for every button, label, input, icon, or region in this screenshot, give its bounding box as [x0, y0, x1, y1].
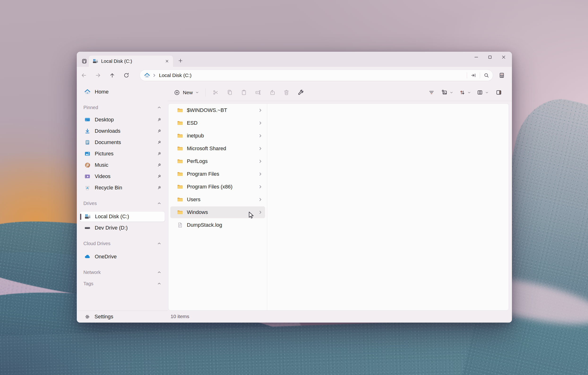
next-column-pane[interactable] [267, 104, 509, 310]
pin-icon[interactable] [157, 140, 162, 145]
pin-icon[interactable] [157, 185, 162, 190]
desktop-icon [84, 117, 91, 123]
titlebar[interactable]: Local Disk (C:) [77, 52, 512, 67]
plus-icon [179, 59, 182, 62]
window-body: Home Pinned Desktop Downloads Documents [77, 84, 512, 323]
sidebar-section-drives[interactable]: Drives [80, 199, 165, 208]
sidebar-item-label: Downloads [95, 128, 157, 134]
expand-chevron-icon[interactable] [258, 184, 263, 189]
section-label: Network [84, 270, 157, 275]
copy-button[interactable] [224, 87, 235, 98]
new-tab-button[interactable] [176, 56, 185, 65]
view-mode-icon [441, 89, 448, 96]
pin-icon[interactable] [157, 129, 162, 134]
file-operations-button[interactable] [496, 70, 507, 81]
close-button[interactable] [497, 52, 511, 62]
sidebar-item-desktop[interactable]: Desktop [80, 115, 165, 125]
breadcrumb-chevron-icon [152, 73, 157, 78]
cut-button[interactable] [210, 87, 221, 98]
sidebar-item-documents[interactable]: Documents [80, 137, 165, 148]
tab-close-button[interactable] [163, 58, 171, 65]
new-button[interactable]: New [171, 87, 202, 98]
pin-icon[interactable] [157, 151, 162, 156]
collapse-chevron-icon[interactable] [157, 270, 162, 275]
sidebar-section-network[interactable]: Network [80, 268, 165, 277]
file-icon [177, 222, 183, 228]
file-browser-card: $WINDOWS.~BT ESD inetpub [168, 104, 509, 311]
sidebar-item-label: Desktop [95, 117, 157, 123]
file-row-users[interactable]: Users [170, 194, 265, 206]
file-name: $WINDOWS.~BT [187, 107, 258, 113]
folder-icon [177, 184, 183, 190]
sidebar-item-music[interactable]: Music [80, 160, 165, 170]
expand-chevron-icon[interactable] [258, 210, 263, 215]
sidebar-item-videos[interactable]: Videos [80, 171, 165, 182]
maximize-icon [489, 56, 491, 58]
properties-button[interactable] [295, 87, 306, 98]
file-name: ESD [187, 120, 258, 126]
file-row-program-files-x86[interactable]: Program Files (x86) [170, 181, 265, 193]
collapse-chevron-icon[interactable] [157, 201, 162, 206]
expand-chevron-icon[interactable] [258, 172, 263, 177]
collapse-chevron-icon[interactable] [157, 281, 162, 286]
minimize-button[interactable] [469, 52, 483, 62]
sidebar-item-recycle-bin[interactable]: Recycle Bin [80, 183, 165, 193]
pin-icon[interactable] [157, 174, 162, 179]
file-list-column[interactable]: $WINDOWS.~BT ESD inetpub [168, 104, 267, 310]
sidebar-section-tags[interactable]: Tags [80, 279, 165, 288]
address-bar[interactable]: Local Disk (C:) [140, 70, 493, 81]
search-button[interactable] [482, 71, 491, 80]
pin-icon[interactable] [157, 163, 162, 168]
sidebar-item-label: Documents [95, 139, 157, 146]
sidebar-item-local-disk-c[interactable]: Local Disk (C:) [80, 211, 165, 222]
view-options-button[interactable] [439, 87, 455, 98]
collapse-chevron-icon[interactable] [157, 105, 162, 110]
expand-chevron-icon[interactable] [258, 146, 263, 151]
paste-button[interactable] [238, 87, 249, 98]
window-controls [469, 52, 511, 62]
file-row-inetpub[interactable]: inetpub [170, 130, 265, 142]
expand-chevron-icon[interactable] [258, 121, 263, 125]
sidebar-item-dev-drive-d[interactable]: Dev Drive (D:) [80, 223, 165, 233]
tab-local-disk-c[interactable]: Local Disk (C:) [89, 55, 173, 67]
file-row-windows-bt[interactable]: $WINDOWS.~BT [170, 104, 265, 116]
collapse-chevron-icon[interactable] [157, 241, 162, 246]
file-row-dumpstack-log[interactable]: DumpStack.log [170, 219, 265, 231]
sidebar-item-downloads[interactable]: Downloads [80, 126, 165, 136]
file-row-program-files[interactable]: Program Files [170, 168, 265, 180]
file-row-microsoft-shared[interactable]: Microsoft Shared [170, 143, 265, 155]
preview-pane-toggle[interactable] [493, 87, 504, 98]
sidebar-item-label: Music [95, 162, 157, 168]
delete-button[interactable] [281, 87, 292, 98]
maximize-button[interactable] [483, 52, 497, 62]
refresh-button[interactable] [122, 71, 131, 80]
expand-chevron-icon[interactable] [258, 159, 263, 164]
sort-button[interactable] [457, 87, 473, 98]
rename-button[interactable] [252, 87, 263, 98]
file-row-esd[interactable]: ESD [170, 117, 265, 129]
chevron-down-icon [195, 90, 199, 94]
forward-button[interactable] [93, 71, 103, 80]
sidebar-section-cloud-drives[interactable]: Cloud Drives [80, 239, 165, 248]
sidebar-item-pictures[interactable]: Pictures [80, 148, 165, 159]
sidebar-item-home[interactable]: Home [80, 87, 165, 97]
breadcrumb-current-location[interactable]: Local Disk (C:) [159, 73, 192, 78]
expand-chevron-icon[interactable] [258, 133, 263, 138]
expand-chevron-icon[interactable] [258, 108, 263, 113]
cut-icon [214, 91, 217, 94]
share-button[interactable] [267, 87, 278, 98]
file-row-perflogs[interactable]: PerfLogs [170, 155, 265, 167]
sidebar-settings-row[interactable]: Settings [77, 311, 168, 323]
tab-list-button[interactable] [80, 56, 89, 66]
sidebar-section-pinned[interactable]: Pinned [80, 103, 165, 112]
sidebar-item-label: Videos [95, 173, 157, 179]
up-button[interactable] [107, 71, 117, 80]
expand-chevron-icon[interactable] [258, 197, 263, 202]
layout-button[interactable] [475, 87, 491, 98]
folder-icon [177, 133, 183, 139]
back-button[interactable] [79, 71, 89, 80]
filter-button[interactable] [426, 87, 437, 98]
go-to-button[interactable] [468, 71, 478, 80]
pin-icon[interactable] [157, 117, 162, 122]
sidebar-item-onedrive[interactable]: OneDrive [80, 251, 165, 262]
